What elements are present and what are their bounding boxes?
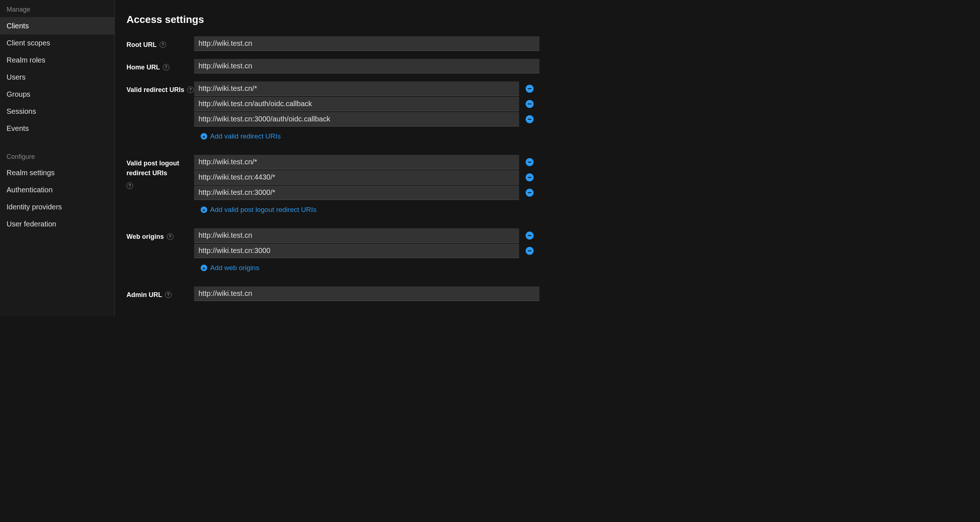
label-root-url: Root URL ? bbox=[127, 37, 194, 50]
svg-rect-7 bbox=[528, 250, 531, 251]
help-icon[interactable]: ? bbox=[159, 41, 166, 48]
svg-rect-6 bbox=[528, 235, 531, 236]
home-url-input[interactable] bbox=[194, 59, 539, 73]
label-web-origins: Web origins ? bbox=[127, 228, 194, 242]
remove-icon[interactable] bbox=[526, 232, 534, 240]
sidebar-item-sessions[interactable]: Sessions bbox=[0, 103, 115, 120]
web-origins-input[interactable] bbox=[194, 243, 519, 258]
svg-rect-0 bbox=[528, 88, 531, 89]
remove-icon[interactable] bbox=[526, 115, 534, 123]
help-icon[interactable]: ? bbox=[163, 64, 169, 70]
sidebar-item-realm-roles[interactable]: Realm roles bbox=[0, 52, 115, 69]
root-url-input[interactable] bbox=[194, 37, 539, 51]
remove-icon[interactable] bbox=[526, 158, 534, 166]
plus-icon: + bbox=[200, 265, 207, 271]
label-valid-post-logout: Valid post logout redirect URIs ? bbox=[127, 155, 194, 189]
plus-icon: + bbox=[200, 133, 207, 140]
web-origins-input[interactable] bbox=[194, 228, 519, 243]
sidebar-section-configure: Configure bbox=[0, 147, 115, 164]
remove-icon[interactable] bbox=[526, 85, 534, 93]
main-content: Access settings Root URL ? Home URL ? Va… bbox=[115, 0, 980, 316]
valid-redirect-input[interactable] bbox=[194, 97, 519, 111]
form-row-valid-post-logout: Valid post logout redirect URIs ? + Add … bbox=[127, 155, 968, 214]
form-row-valid-redirect: Valid redirect URIs ? + Add valid redire… bbox=[127, 81, 968, 140]
valid-redirect-input[interactable] bbox=[194, 112, 519, 126]
help-icon[interactable]: ? bbox=[165, 291, 172, 298]
add-link-label: Add valid post logout redirect URIs bbox=[210, 206, 317, 214]
plus-icon: + bbox=[200, 207, 207, 213]
valid-post-logout-input[interactable] bbox=[194, 155, 519, 169]
label-admin-url: Admin URL ? bbox=[127, 286, 194, 300]
sidebar-item-authentication[interactable]: Authentication bbox=[0, 181, 115, 199]
sidebar-item-realm-settings[interactable]: Realm settings bbox=[0, 164, 115, 181]
svg-rect-1 bbox=[528, 103, 531, 104]
remove-icon[interactable] bbox=[526, 100, 534, 108]
remove-icon[interactable] bbox=[526, 173, 534, 181]
label-home-url: Home URL ? bbox=[127, 59, 194, 72]
add-web-origins-button[interactable]: + Add web origins bbox=[200, 264, 968, 272]
sidebar-item-identity-providers[interactable]: Identity providers bbox=[0, 199, 115, 216]
page-title: Access settings bbox=[127, 14, 968, 25]
add-valid-redirect-button[interactable]: + Add valid redirect URIs bbox=[200, 132, 968, 140]
form-row-admin-url: Admin URL ? bbox=[127, 286, 968, 302]
sidebar-item-groups[interactable]: Groups bbox=[0, 86, 115, 103]
sidebar-item-client-scopes[interactable]: Client scopes bbox=[0, 35, 115, 52]
valid-post-logout-input[interactable] bbox=[194, 185, 519, 200]
valid-redirect-input[interactable] bbox=[194, 81, 519, 96]
add-link-label: Add valid redirect URIs bbox=[210, 132, 281, 140]
admin-url-input[interactable] bbox=[194, 286, 539, 301]
add-valid-post-logout-button[interactable]: + Add valid post logout redirect URIs bbox=[200, 206, 968, 214]
sidebar-item-clients[interactable]: Clients bbox=[0, 18, 115, 35]
sidebar: Manage Clients Client scopes Realm roles… bbox=[0, 0, 115, 316]
form-row-home-url: Home URL ? bbox=[127, 59, 968, 74]
help-icon[interactable]: ? bbox=[167, 233, 173, 240]
help-icon[interactable]: ? bbox=[187, 86, 194, 93]
sidebar-item-user-federation[interactable]: User federation bbox=[0, 216, 115, 232]
sidebar-section-manage: Manage bbox=[0, 0, 115, 18]
add-link-label: Add web origins bbox=[210, 264, 259, 272]
label-valid-redirect: Valid redirect URIs ? bbox=[127, 81, 194, 95]
svg-rect-2 bbox=[528, 119, 531, 119]
form-row-root-url: Root URL ? bbox=[127, 37, 968, 52]
svg-rect-5 bbox=[528, 192, 531, 193]
remove-icon[interactable] bbox=[526, 189, 534, 197]
sidebar-item-events[interactable]: Events bbox=[0, 120, 115, 137]
svg-rect-4 bbox=[528, 177, 531, 178]
valid-post-logout-input[interactable] bbox=[194, 170, 519, 185]
sidebar-item-users[interactable]: Users bbox=[0, 69, 115, 86]
remove-icon[interactable] bbox=[526, 247, 534, 255]
form-row-web-origins: Web origins ? + Add web origins bbox=[127, 228, 968, 272]
help-icon[interactable]: ? bbox=[127, 183, 133, 189]
svg-rect-3 bbox=[528, 162, 531, 162]
